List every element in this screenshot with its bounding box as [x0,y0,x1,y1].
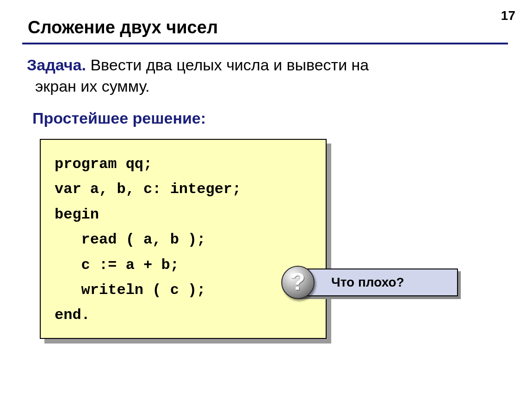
task-text-line1: Ввести два целых числа и вывести на [86,56,369,74]
question-mark-icon: ? [281,266,315,299]
slide-title: Сложение двух чисел [28,18,218,38]
task-text-line2: экран их сумму. [27,77,150,95]
page-number: 17 [501,8,515,23]
question-mark-glyph: ? [291,269,305,294]
code-block-container: program qq; var a, b, c: integer; begin … [40,139,327,339]
callout-box: ? Что плохо? [294,269,458,296]
callout-container: ? Что плохо? [294,269,458,296]
task-block: Задача. Ввести два целых числа и вывести… [27,55,480,97]
title-underline [22,43,508,44]
callout-text: Что плохо? [331,275,404,290]
solution-label: Простейшее решение: [32,109,206,127]
code-block: program qq; var a, b, c: integer; begin … [40,139,327,339]
task-label: Задача. [27,56,86,74]
